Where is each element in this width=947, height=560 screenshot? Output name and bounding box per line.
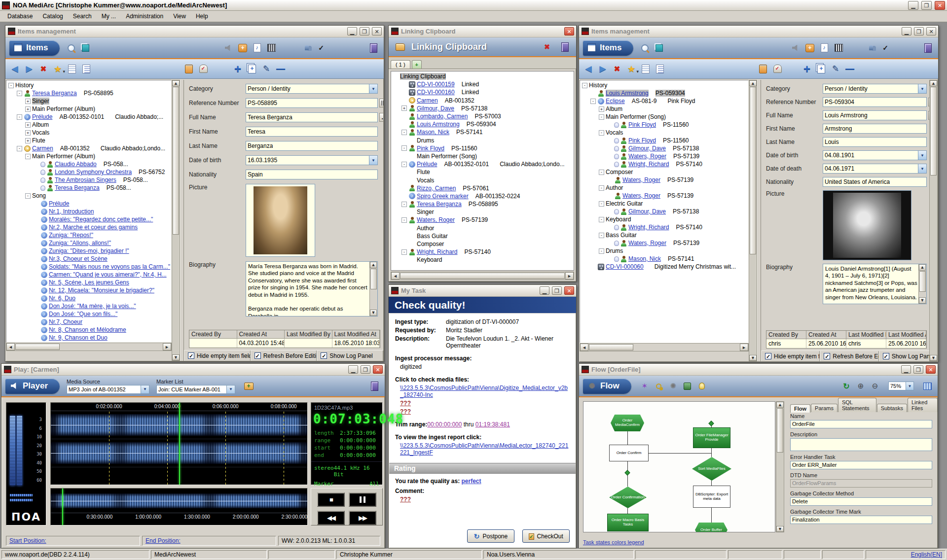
tree-expander[interactable]: - (590, 99, 596, 104)
tree-item-label[interactable]: Nr.2, Marche et coeur des gamins (49, 224, 138, 231)
flow-node[interactable]: Order Buffer (695, 523, 728, 532)
tree-row[interactable]: Linking Clipboard (391, 72, 574, 80)
tree-item-label[interactable]: Bass Guitar (417, 233, 448, 240)
maximize-button[interactable]: ❐ (913, 365, 923, 374)
tree-item-label[interactable]: Louis Armstrong (417, 121, 460, 128)
tree-row[interactable]: + Album (580, 105, 748, 113)
tree-row[interactable]: Nr. 9, Chanson et Duo (6, 334, 171, 342)
field-button[interactable] (918, 151, 926, 160)
tree-row[interactable]: Carmen: "Quand je vous aimerai?", Nr.4, … (6, 271, 171, 279)
tree-expander[interactable]: + (25, 122, 31, 128)
order-add-icon[interactable] (236, 41, 249, 54)
field-input[interactable]: Person / Identity (823, 84, 927, 94)
tree-item-label[interactable]: Carmen: "Quand je vous aimerai?", Nr.4, … (49, 271, 167, 278)
tree-row[interactable]: Claudio Abbado PS-058... (6, 160, 171, 168)
flow-module-button[interactable]: Flow (583, 379, 631, 394)
tree-item-label[interactable]: Spiro Greek marker (417, 193, 469, 200)
tree-row[interactable]: Drums (391, 137, 574, 144)
menu-item[interactable]: Database (3, 12, 37, 21)
tree-row[interactable]: + Flute (6, 137, 171, 144)
tree-item-label[interactable]: Singer (417, 209, 434, 215)
flow-field-input[interactable]: Finalization (790, 516, 932, 524)
pane-splitter[interactable] (757, 80, 761, 361)
tree-expander[interactable]: - (401, 217, 407, 223)
tree-item-label[interactable]: Teresa Berganza (32, 90, 77, 97)
field-input[interactable]: Spain (246, 170, 378, 179)
tree-item-label[interactable]: Linking Clipboard (400, 73, 446, 80)
add-icon[interactable] (801, 63, 813, 75)
tree-row[interactable]: - Pink Floyd PS-11560 (391, 144, 574, 152)
tree-item-label[interactable]: Zuniga: "Dites-moi, brigadier !" (49, 247, 129, 254)
tree-item-label[interactable]: Mason, Nick (628, 255, 661, 262)
tree-expander[interactable]: + (25, 130, 31, 136)
flow-node[interactable]: DBScripter: Export meta data (693, 486, 730, 508)
tree-row[interactable]: - Composer (580, 168, 748, 176)
minimize-button[interactable]: ▁ (902, 27, 911, 35)
tree-item-label[interactable]: Soldats: "Mais nous ne voyons pas la Car… (49, 263, 170, 270)
field-input[interactable]: 04.08.1901 (823, 150, 927, 160)
remove-icon[interactable] (843, 63, 856, 75)
biography-input[interactable]: Louis Daniel Armstrong[1] (August 4, 190… (823, 264, 927, 304)
start-position-link[interactable]: Start Position: (9, 537, 46, 544)
tree-item-label[interactable]: Flute (32, 137, 45, 144)
comment-value-link[interactable]: ??? (400, 496, 411, 503)
tree-item-label[interactable]: Nr. 6, Duo (49, 295, 75, 302)
tree-row[interactable]: - Prélude AB-001352-0101 Claudio Abbado;… (6, 113, 171, 121)
waveform-panel[interactable]: 0:02:00.000 0:04:00.000 0:06:00.000 0:08… (50, 402, 308, 485)
field-input[interactable]: PS-058895 (246, 98, 378, 108)
rate-value-link[interactable]: perfect (461, 478, 481, 485)
cue-marker[interactable] (225, 412, 226, 485)
tree-row[interactable]: Nr.2, Marche et coeur des gamins (6, 223, 171, 231)
audio-icon[interactable] (789, 41, 802, 54)
stop-button[interactable]: ■ (317, 492, 345, 507)
tree-row[interactable]: London Symphony Orchestra PS-56752 (6, 168, 171, 176)
tree-row[interactable]: - Song (6, 192, 171, 200)
close-button[interactable]: ✕ (564, 286, 574, 295)
tree-row[interactable]: Zuniga: "Allons, allons!" (6, 239, 171, 247)
tree-item-label[interactable]: History (589, 82, 607, 89)
flow-tab[interactable]: Params (811, 404, 838, 412)
edit-icon[interactable] (260, 63, 273, 75)
tree-item-label[interactable]: Teresa Berganza (417, 201, 462, 208)
tree-row[interactable]: - Wright, Richard PS-57140 (391, 248, 574, 256)
tree-row[interactable]: CD-VI-000160 Linked (391, 88, 574, 96)
log-header-cell[interactable]: Last Modified At (332, 330, 380, 339)
order-add-icon[interactable] (803, 41, 816, 54)
field-input[interactable]: PS-059304 (823, 97, 927, 107)
tree-item-label[interactable]: CD-VI-000159 (417, 81, 455, 88)
tree-row[interactable]: Zuniga: "Dites-moi, brigadier !" (6, 247, 171, 255)
field-input[interactable]: Person / Identity (246, 84, 378, 94)
tree-row[interactable]: Singer (391, 208, 574, 216)
flow-tab[interactable]: Flow (790, 404, 810, 413)
tree-item-label[interactable]: Author (417, 225, 434, 232)
window-titlebar[interactable]: Linking Clipboard ✕ (389, 26, 576, 37)
bulb-ico-icon[interactable] (695, 380, 708, 392)
tree-row[interactable]: Carmen AB-001352 (391, 97, 574, 105)
remove-icon[interactable] (274, 63, 287, 75)
field-input[interactable]: United States of America (823, 177, 927, 187)
clipboard-hscrollbar[interactable]: ◄► (391, 272, 574, 280)
tree-row[interactable]: - Prélude AB-001352-0101 Claudio Abbado;… (391, 160, 574, 168)
barcode-icon[interactable] (832, 41, 845, 54)
grid-icon[interactable] (921, 380, 934, 392)
users-icon[interactable] (300, 41, 313, 54)
log-header-cell[interactable]: Created By (766, 331, 806, 339)
cue-marker[interactable] (167, 412, 168, 485)
tree-row[interactable]: Lombardo, Carmen PS-57003 (391, 112, 574, 120)
player-module-button[interactable]: Player (5, 379, 60, 394)
tree-row[interactable]: - Bass Guitar (580, 231, 748, 239)
menu-item[interactable]: Search (69, 12, 96, 21)
trim-to-link[interactable]: 01:19:38:481 (475, 421, 510, 428)
key-icon[interactable] (653, 380, 665, 392)
tree-row[interactable]: Gilmour, Dave PS-57138 (580, 208, 748, 215)
tree-item-label[interactable]: Nr. 5, Scéne, Les jeunes Gens (49, 279, 129, 286)
minimize-button[interactable]: ▁ (348, 365, 358, 374)
tree-expander[interactable]: + (599, 106, 604, 112)
search-icon[interactable] (65, 41, 77, 54)
exit-door-icon[interactable] (368, 380, 381, 392)
tree-item-label[interactable]: Nr.1, Introduction (49, 208, 94, 215)
maximize-button[interactable]: ❐ (914, 27, 924, 35)
add-icon[interactable] (231, 63, 244, 75)
tree-hscrollbar[interactable]: ◄► (580, 343, 749, 351)
tree-row[interactable]: Wright, Richard PS-57140 (580, 160, 748, 168)
